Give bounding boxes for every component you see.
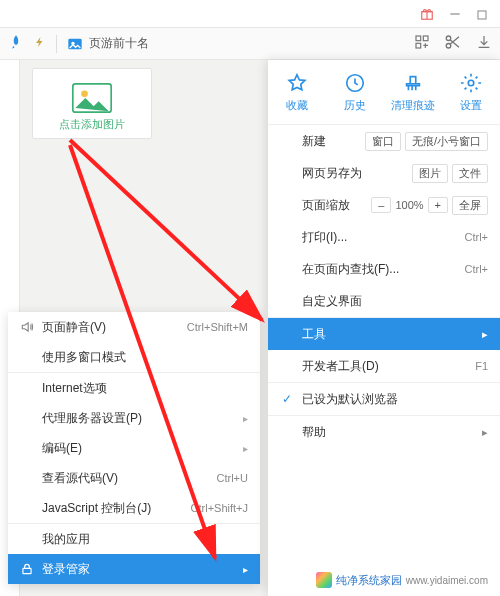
submenu-item-view-source[interactable]: 查看源代码(V) Ctrl+U bbox=[8, 463, 260, 493]
star-icon bbox=[286, 72, 308, 94]
scissors-icon[interactable] bbox=[444, 33, 462, 55]
main-menu-top-row: 收藏 历史 清理痕迹 设置 bbox=[268, 60, 500, 124]
chevron-right-icon: ▸ bbox=[243, 413, 248, 424]
svg-point-11 bbox=[81, 91, 88, 98]
menu-label: 打印(I)... bbox=[302, 229, 347, 246]
menu-item-help[interactable]: 帮助 ▸ bbox=[268, 416, 500, 448]
gift-icon[interactable] bbox=[420, 7, 434, 21]
topbtn-settings[interactable]: 设置 bbox=[442, 60, 500, 124]
rocket-icon[interactable] bbox=[8, 34, 24, 54]
menu-shortcut: Ctrl+U bbox=[217, 472, 248, 484]
menu-label: 代理服务器设置(P) bbox=[42, 410, 142, 427]
extension-icon[interactable] bbox=[414, 34, 430, 54]
menu-label: 在页面内查找(F)... bbox=[302, 261, 399, 278]
submenu-item-encoding[interactable]: 编码(E) ▸ bbox=[8, 433, 260, 463]
topbtn-favorites[interactable]: 收藏 bbox=[268, 60, 326, 124]
submenu-item-my-apps[interactable]: 我的应用 bbox=[8, 524, 260, 554]
topbtn-label: 历史 bbox=[344, 98, 366, 113]
menu-label: 页面缩放 bbox=[302, 197, 350, 214]
submenu-item-js-console[interactable]: JavaScript 控制台(J) Ctrl+Shift+J bbox=[8, 493, 260, 523]
svg-rect-6 bbox=[423, 36, 428, 41]
menu-label: Internet选项 bbox=[42, 380, 107, 397]
chevron-right-icon: ▸ bbox=[243, 443, 248, 454]
fullscreen-button[interactable]: 全屏 bbox=[452, 196, 488, 215]
menu-item-find[interactable]: 在页面内查找(F)... Ctrl+ bbox=[268, 253, 500, 285]
minimize-icon[interactable] bbox=[448, 7, 462, 21]
new-window-button[interactable]: 窗口 bbox=[365, 132, 401, 151]
menu-label: 我的应用 bbox=[42, 531, 90, 548]
gear-icon bbox=[460, 72, 482, 94]
menu-item-new[interactable]: 新建 窗口 无痕/小号窗口 bbox=[268, 125, 500, 157]
chevron-right-icon: ▸ bbox=[243, 564, 248, 575]
topbtn-clean[interactable]: 清理痕迹 bbox=[384, 60, 442, 124]
menu-shortcut: Ctrl+Shift+M bbox=[187, 321, 248, 333]
watermark-logo-icon bbox=[316, 572, 332, 588]
menu-item-default-browser[interactable]: ✓ 已设为默认浏览器 bbox=[268, 383, 500, 415]
clock-icon bbox=[344, 72, 366, 94]
menu-label: 网页另存为 bbox=[302, 165, 362, 182]
divider bbox=[56, 35, 57, 53]
broom-icon bbox=[402, 72, 424, 94]
add-image-label: 点击添加图片 bbox=[33, 117, 151, 132]
topbtn-label: 设置 bbox=[460, 98, 482, 113]
menu-label: 查看源代码(V) bbox=[42, 470, 118, 487]
menu-label: 已设为默认浏览器 bbox=[302, 391, 398, 408]
add-image-card[interactable]: 点击添加图片 bbox=[32, 68, 152, 139]
save-file-button[interactable]: 文件 bbox=[452, 164, 488, 183]
menu-label: 编码(E) bbox=[42, 440, 82, 457]
submenu-item-internet-options[interactable]: Internet选项 bbox=[8, 373, 260, 403]
topbtn-label: 清理痕迹 bbox=[391, 98, 435, 113]
save-image-button[interactable]: 图片 bbox=[412, 164, 448, 183]
zoom-in-button[interactable]: + bbox=[428, 197, 448, 213]
new-incognito-button[interactable]: 无痕/小号窗口 bbox=[405, 132, 488, 151]
lock-icon bbox=[20, 562, 34, 576]
menu-label: 工具 bbox=[302, 326, 326, 343]
menu-shortcut: F1 bbox=[475, 360, 488, 372]
tools-submenu: 页面静音(V) Ctrl+Shift+M 使用多窗口模式 Internet选项 … bbox=[8, 312, 260, 584]
svg-rect-5 bbox=[416, 36, 421, 41]
check-icon: ✓ bbox=[280, 392, 294, 406]
menu-item-print[interactable]: 打印(I)... Ctrl+ bbox=[268, 221, 500, 253]
menu-label: 页面静音(V) bbox=[42, 319, 106, 336]
chevron-right-icon: ▸ bbox=[482, 328, 488, 341]
menu-label: 使用多窗口模式 bbox=[42, 349, 126, 366]
download-icon[interactable] bbox=[476, 34, 492, 54]
menu-item-customize[interactable]: 自定义界面 bbox=[268, 285, 500, 317]
address-bar[interactable]: 页游前十名 bbox=[67, 35, 149, 52]
menu-item-devtools[interactable]: 开发者工具(D) F1 bbox=[268, 350, 500, 382]
submenu-item-mute[interactable]: 页面静音(V) Ctrl+Shift+M bbox=[8, 312, 260, 342]
menu-shortcut: Ctrl+ bbox=[464, 231, 488, 243]
browser-toolbar: 页游前十名 bbox=[0, 28, 500, 60]
submenu-item-multiwindow[interactable]: 使用多窗口模式 bbox=[8, 342, 260, 372]
menu-label: 开发者工具(D) bbox=[302, 358, 379, 375]
menu-label: 新建 bbox=[302, 133, 326, 150]
watermark: 纯净系统家园 www.yidaimei.com bbox=[310, 570, 494, 590]
menu-label: 登录管家 bbox=[42, 561, 90, 578]
browser-main-menu: 收藏 历史 清理痕迹 设置 新建 窗口 无痕/小号窗口 bbox=[268, 60, 500, 596]
menu-shortcut: Ctrl+Shift+J bbox=[191, 502, 248, 514]
zoom-value: 100% bbox=[395, 199, 423, 211]
topbtn-label: 收藏 bbox=[286, 98, 308, 113]
menu-shortcut: Ctrl+ bbox=[464, 263, 488, 275]
topbtn-history[interactable]: 历史 bbox=[326, 60, 384, 124]
submenu-item-proxy[interactable]: 代理服务器设置(P) ▸ bbox=[8, 403, 260, 433]
window-titlebar bbox=[0, 0, 500, 28]
menu-item-tools[interactable]: 工具 ▸ bbox=[268, 318, 500, 350]
address-label: 页游前十名 bbox=[89, 35, 149, 52]
svg-rect-12 bbox=[23, 568, 31, 573]
svg-rect-2 bbox=[478, 11, 486, 19]
submenu-item-login-manager[interactable]: 登录管家 ▸ bbox=[8, 554, 260, 584]
menu-label: JavaScript 控制台(J) bbox=[42, 500, 151, 517]
speaker-icon bbox=[20, 320, 34, 334]
site-icon bbox=[67, 36, 83, 52]
svg-rect-7 bbox=[416, 43, 421, 48]
svg-point-14 bbox=[468, 80, 474, 86]
menu-item-save-as[interactable]: 网页另存为 图片 文件 bbox=[268, 157, 500, 189]
zoom-out-button[interactable]: – bbox=[371, 197, 391, 213]
watermark-brand: 纯净系统家园 bbox=[336, 573, 402, 588]
menu-label: 自定义界面 bbox=[302, 293, 362, 310]
maximize-icon[interactable] bbox=[476, 7, 490, 21]
watermark-url: www.yidaimei.com bbox=[406, 575, 488, 586]
lightning-icon[interactable] bbox=[34, 35, 46, 53]
image-placeholder-icon bbox=[72, 83, 112, 113]
